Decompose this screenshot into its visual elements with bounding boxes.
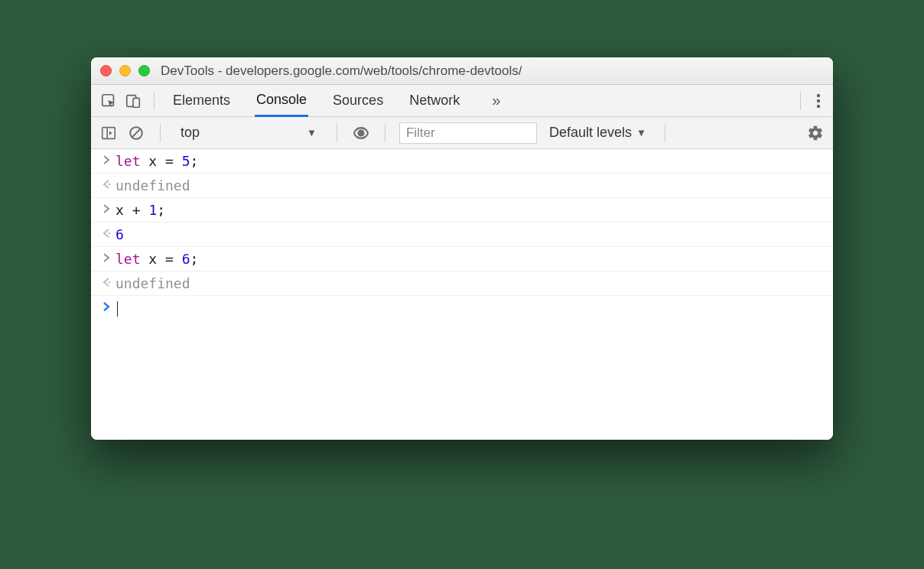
separator: [160, 124, 161, 142]
minimize-window-button[interactable]: [119, 65, 131, 76]
dropdown-caret-icon: ▼: [307, 127, 317, 138]
separator: [665, 124, 665, 142]
tab-console[interactable]: Console: [255, 85, 308, 117]
output-arrow-icon: [97, 226, 116, 239]
input-arrow-icon: [97, 153, 116, 165]
prompt-arrow-icon: [97, 300, 116, 312]
tab-sources[interactable]: Sources: [331, 86, 385, 115]
svg-rect-2: [133, 98, 139, 107]
panel-tabs: Elements Console Sources Network »: [165, 85, 789, 117]
window-title: DevTools - developers.google.com/web/too…: [161, 63, 522, 79]
console-toolbar: top ▼ Default levels ▼: [91, 117, 833, 149]
live-expression-icon[interactable]: [351, 123, 371, 143]
svg-line-9: [132, 128, 141, 137]
more-tabs-button[interactable]: »: [484, 92, 508, 109]
clear-console-icon[interactable]: [126, 123, 146, 143]
code-text: undefined: [116, 177, 190, 193]
titlebar: DevTools - developers.google.com/web/too…: [91, 57, 833, 85]
execution-context-label: top: [181, 125, 200, 141]
console-output-row: undefined: [91, 174, 833, 198]
separator: [385, 124, 386, 142]
traffic-lights: [100, 65, 150, 76]
dropdown-caret-icon: ▼: [636, 127, 646, 138]
console-settings-icon[interactable]: [805, 123, 825, 143]
svg-point-5: [817, 104, 820, 107]
toggle-console-sidebar-icon[interactable]: [99, 123, 119, 143]
main-tabbar: Elements Console Sources Network »: [91, 85, 833, 117]
input-arrow-icon: [97, 251, 116, 263]
svg-point-11: [109, 184, 111, 186]
separator: [800, 92, 801, 110]
code-text: let x = 6;: [116, 251, 198, 267]
tab-network[interactable]: Network: [408, 86, 461, 115]
svg-point-10: [357, 129, 364, 136]
svg-point-3: [817, 93, 820, 96]
close-window-button[interactable]: [100, 65, 112, 76]
text-cursor: [117, 301, 118, 317]
device-toolbar-icon[interactable]: [123, 91, 143, 111]
separator: [154, 92, 155, 110]
console-output-row: 6: [91, 223, 833, 247]
code-text: x + 1;: [116, 202, 165, 218]
output-arrow-icon: [97, 177, 116, 190]
svg-point-12: [109, 232, 111, 235]
separator: [337, 124, 337, 142]
tab-elements[interactable]: Elements: [171, 86, 232, 115]
log-levels-select[interactable]: Default levels ▼: [545, 125, 651, 141]
svg-point-13: [109, 281, 111, 284]
console-input-row: x + 1;: [91, 198, 833, 223]
execution-context-select[interactable]: top ▼: [174, 123, 323, 142]
inspect-element-icon[interactable]: [99, 91, 119, 111]
console-output-row: undefined: [91, 271, 833, 296]
log-levels-label: Default levels: [549, 125, 632, 141]
console-output[interactable]: let x = 5;undefinedx + 1;6let x = 6;unde…: [91, 149, 833, 440]
input-arrow-icon: [97, 202, 116, 214]
code-text: let x = 5;: [116, 153, 198, 169]
console-input-row: let x = 6;: [91, 247, 833, 271]
settings-menu-button[interactable]: [812, 93, 825, 109]
devtools-window: DevTools - developers.google.com/web/too…: [91, 57, 833, 440]
code-text: undefined: [116, 275, 190, 291]
maximize-window-button[interactable]: [138, 65, 150, 76]
console-input-row: let x = 5;: [91, 149, 833, 174]
code-text: 6: [116, 226, 124, 242]
svg-point-4: [817, 99, 820, 102]
output-arrow-icon: [97, 275, 116, 288]
filter-input[interactable]: [399, 122, 537, 144]
console-prompt-row[interactable]: [91, 296, 833, 320]
prompt-input[interactable]: [116, 300, 118, 317]
svg-rect-6: [102, 127, 116, 138]
